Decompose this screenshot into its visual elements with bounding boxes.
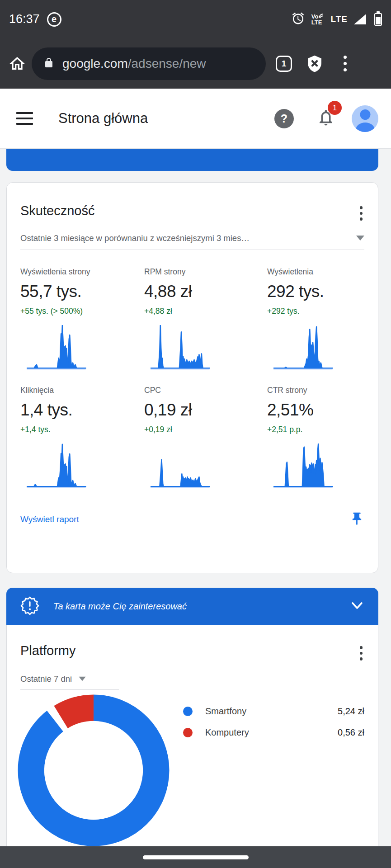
metric-cell: CPC0,19 zł+0,19 zł [144, 386, 267, 489]
sparkline-chart [27, 443, 88, 489]
legend-value: 5,24 zł [338, 706, 364, 717]
metric-label: Wyświetlenia strony [20, 267, 144, 277]
legend-row: Komputery0,56 zł [183, 727, 364, 738]
date-range-dropdown[interactable]: Ostatnie 3 miesiące w porównaniu z wcześ… [20, 233, 364, 243]
performance-card: Skuteczność Ostatnie 3 miesiące w porówn… [6, 182, 378, 573]
chart-legend: Smartfony5,24 złKomputery0,56 zł [183, 706, 364, 749]
metric-cell: CTR strony2,51%+2,51 p.p. [267, 386, 364, 489]
lock-icon [43, 57, 54, 71]
sparkline-chart [27, 325, 88, 370]
status-bar: 16:37 e Vo LTE LTE [0, 0, 391, 38]
browser-menu-icon[interactable] [341, 53, 349, 74]
alarm-icon [291, 11, 305, 27]
platforms-chart: Smartfony5,24 złKomputery0,56 zł [20, 694, 364, 846]
chevron-down-icon[interactable] [349, 600, 365, 613]
legend-label: Smartfony [205, 706, 338, 717]
sparkline-chart [151, 443, 212, 489]
metric-delta: +2,51 p.p. [267, 425, 364, 434]
gesture-nav-bar [0, 846, 391, 868]
metric-label: CTR strony [267, 386, 364, 395]
metric-value: 2,51% [267, 401, 364, 420]
volte-icon: Vo LTE [311, 14, 325, 25]
url-domain: google.com [62, 57, 128, 71]
metric-label: CPC [144, 386, 267, 395]
menu-icon[interactable] [13, 108, 37, 128]
metric-cell: Wyświetlenia292 tys.+292 tys. [267, 267, 364, 370]
app-header: Strona główna ? 1 [0, 89, 391, 149]
home-handle[interactable] [143, 855, 249, 859]
phone-screen: 16:37 e Vo LTE LTE google.com/adsense/ne… [0, 0, 391, 868]
help-icon[interactable]: ? [274, 109, 294, 128]
card-menu-icon[interactable] [358, 643, 365, 663]
legend-label: Komputery [205, 727, 338, 738]
banner-text: Ta karta może Cię zainteresować [53, 601, 349, 612]
sparkline-chart [273, 325, 335, 370]
donut-chart [17, 694, 170, 846]
seal-exclamation-icon [20, 596, 40, 618]
metric-delta: +1,4 tys. [20, 425, 144, 434]
metric-value: 292 tys. [267, 282, 364, 301]
metric-delta: +4,88 zł [144, 307, 267, 316]
platforms-card-title: Platformy [20, 643, 75, 658]
suggestion-banner[interactable]: Ta karta może Cię zainteresować [6, 588, 378, 625]
notifications-button[interactable]: 1 [316, 108, 335, 129]
platforms-date-dropdown[interactable]: Ostatnie 7 dni [20, 674, 86, 684]
metric-value: 0,19 zł [144, 401, 267, 420]
metric-label: Kliknięcia [20, 386, 144, 395]
metric-label: RPM strony [144, 267, 267, 277]
divider [20, 689, 119, 690]
home-icon[interactable] [8, 55, 26, 73]
sparkline-chart [151, 325, 212, 370]
sparkline-chart [273, 443, 335, 489]
url-path: /adsense/new [128, 57, 206, 71]
metric-delta: +292 tys. [267, 307, 364, 316]
legend-row: Smartfony5,24 zł [183, 706, 364, 717]
clock-time: 16:37 [9, 12, 40, 26]
card-menu-icon[interactable] [358, 203, 365, 223]
data-saver-icon: e [47, 12, 61, 27]
scrolled-card-remnant [6, 149, 378, 171]
tab-switcher-button[interactable]: 1 [276, 56, 292, 72]
legend-dot-icon [183, 728, 193, 737]
legend-value: 0,56 zł [338, 727, 364, 738]
divider [20, 250, 364, 250]
page-title: Strona główna [58, 110, 274, 127]
metric-value: 55,7 tys. [20, 282, 144, 301]
pin-icon[interactable] [349, 511, 364, 528]
metric-cell: RPM strony4,88 zł+4,88 zł [144, 267, 267, 370]
lte-indicator: LTE [331, 14, 348, 24]
avatar[interactable] [352, 105, 378, 132]
platforms-date-label: Ostatnie 7 dni [20, 674, 72, 684]
date-range-label: Ostatnie 3 miesiące w porównaniu z wcześ… [20, 233, 250, 243]
metric-delta: +55 tys. (> 500%) [20, 307, 144, 316]
battery-icon [374, 13, 382, 26]
metric-cell: Kliknięcia1,4 tys.+1,4 tys. [20, 386, 144, 489]
platforms-card: Platformy Ostatnie 7 dni Smartfony5,24 z… [6, 625, 378, 868]
metric-delta: +0,19 zł [144, 425, 267, 434]
url-bar[interactable]: google.com/adsense/new [32, 47, 266, 80]
metric-value: 1,4 tys. [20, 401, 144, 420]
legend-dot-icon [183, 707, 193, 716]
metric-value: 4,88 zł [144, 282, 267, 301]
notification-badge: 1 [328, 101, 342, 115]
browser-toolbar: google.com/adsense/new 1 [0, 38, 391, 89]
signal-strength-icon [354, 14, 366, 24]
shield-block-icon[interactable] [306, 55, 324, 73]
dropdown-arrow-icon [79, 677, 86, 681]
metric-label: Wyświetlenia [267, 267, 364, 277]
dropdown-arrow-icon [356, 236, 364, 241]
metrics-grid: Wyświetlenia strony55,7 tys.+55 tys. (> … [20, 267, 364, 489]
view-report-link[interactable]: Wyświetl raport [20, 514, 79, 524]
performance-card-title: Skuteczność [20, 203, 94, 218]
metric-cell: Wyświetlenia strony55,7 tys.+55 tys. (> … [20, 267, 144, 370]
